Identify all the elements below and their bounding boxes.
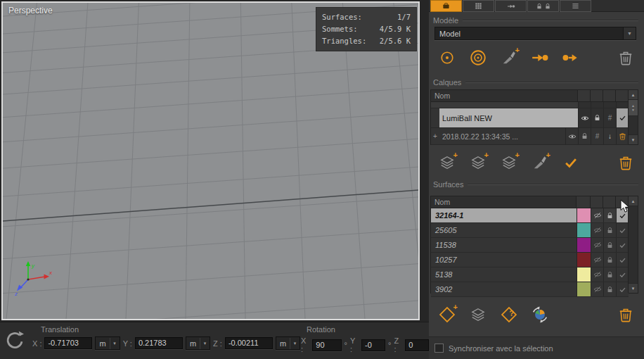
tab-grid[interactable]	[463, 0, 494, 12]
export-model-button[interactable]	[560, 46, 582, 69]
surface-visibility-toggle[interactable]	[591, 267, 603, 282]
import-model-button[interactable]	[529, 46, 551, 69]
surface-row[interactable]: 10257	[431, 253, 629, 267]
layer-visibility-toggle[interactable]	[578, 108, 591, 127]
layer-visibility-toggle[interactable]	[565, 128, 578, 144]
calques-column-header[interactable]	[591, 90, 603, 101]
surface-visibility-toggle[interactable]	[591, 208, 603, 222]
rotation-y-label: Y :	[350, 336, 359, 353]
surface-color-swatch[interactable]	[577, 208, 591, 222]
model-select[interactable]: Model ▼	[434, 27, 636, 40]
viewport-3d[interactable]: Perspective Surfaces: 1/7 Sommets: 4/5.9…	[1, 1, 420, 320]
layer-row-clipped[interactable]	[431, 102, 629, 108]
surfaces-column-header[interactable]	[591, 196, 603, 208]
layer-lock-toggle[interactable]	[591, 108, 603, 127]
calques-name-column-header[interactable]: Nom	[431, 90, 578, 101]
sync-selection-checkbox[interactable]: Synchroniser avec la sélection	[429, 336, 644, 359]
calques-column-header[interactable]	[616, 90, 629, 101]
surface-visibility-toggle[interactable]	[591, 253, 603, 267]
validate-layer-button[interactable]	[560, 151, 582, 174]
rotation-z-input[interactable]: 0	[405, 339, 429, 351]
add-model-button[interactable]	[436, 46, 458, 69]
scroll-down-button[interactable]: ▼	[629, 134, 638, 144]
calques-scrollbar[interactable]: ▲ ▲ ▼ ▼	[628, 90, 638, 144]
surface-row[interactable]: 11538	[431, 238, 629, 253]
translation-x-unit-select[interactable]: m ▾	[95, 336, 120, 350]
add-layer-from-model-button[interactable]: +	[467, 151, 489, 174]
surface-lock-toggle[interactable]	[603, 223, 616, 237]
surface-lock-toggle[interactable]	[603, 208, 616, 222]
tab-menu[interactable]	[560, 0, 591, 12]
surface-lock-toggle[interactable]	[603, 253, 616, 267]
surface-color-swatch[interactable]	[577, 282, 591, 296]
translation-z-unit-select[interactable]: m ▾	[276, 336, 300, 350]
surface-row[interactable]: 32164-1	[431, 208, 629, 223]
tab-link[interactable]	[495, 0, 527, 12]
surface-color-swatch[interactable]	[577, 253, 591, 267]
translation-x-input[interactable]: -0.71703	[44, 337, 92, 349]
translation-y-unit-select[interactable]: m ▾	[186, 336, 210, 350]
surface-check-toggle[interactable]	[616, 253, 629, 267]
delete-model-button[interactable]	[614, 46, 637, 69]
surface-lock-toggle[interactable]	[603, 282, 616, 296]
tab-locks[interactable]	[527, 0, 559, 12]
surface-row[interactable]: 3902	[431, 282, 629, 297]
scroll-up-button[interactable]: ▲	[629, 90, 638, 100]
surfaces-scrollbar[interactable]: ▲ ▼	[628, 196, 638, 293]
layer-hash-toggle[interactable]: #	[591, 128, 603, 144]
surface-layers-button[interactable]	[467, 303, 489, 326]
layer-expander[interactable]: +	[431, 128, 439, 144]
surface-color-swatch[interactable]	[577, 223, 591, 237]
delete-surface-button[interactable]	[614, 303, 637, 326]
surfaces-column-header[interactable]	[616, 196, 629, 208]
surface-check-toggle[interactable]	[616, 267, 629, 282]
surfaces-column-header[interactable]	[603, 196, 616, 208]
surface-lock-toggle[interactable]	[603, 267, 616, 282]
paint-model-button[interactable]: +	[498, 46, 520, 69]
calques-column-header[interactable]	[603, 90, 616, 101]
scroll-thumb[interactable]: ▲ ▼	[629, 100, 638, 116]
surface-check-toggle[interactable]	[616, 208, 629, 222]
calques-column-header[interactable]	[578, 90, 591, 101]
paint-layer-button[interactable]: +	[529, 151, 551, 174]
translation-z-input[interactable]: -0.00211	[225, 337, 273, 349]
duplicate-model-button[interactable]	[467, 46, 489, 69]
sync-colors-button[interactable]	[529, 303, 551, 326]
checkbox[interactable]	[434, 344, 444, 353]
surface-visibility-toggle[interactable]	[591, 223, 603, 237]
layer-hash-toggle[interactable]: #	[603, 108, 616, 127]
rotation-x-input[interactable]: 90	[312, 339, 341, 351]
layer-move-down-button[interactable]: ↓	[603, 128, 616, 144]
surface-help-button[interactable]: ?	[498, 303, 520, 326]
layer-row-selected[interactable]: LumiBall NEW #	[431, 108, 629, 128]
surface-visibility-toggle[interactable]	[591, 238, 603, 252]
surface-check-toggle[interactable]	[616, 223, 629, 237]
reset-rotation-button[interactable]	[4, 330, 25, 351]
layer-delete-button[interactable]	[616, 128, 629, 144]
rotation-y-input[interactable]: -0	[361, 339, 385, 351]
surface-row[interactable]: 5138	[431, 267, 629, 282]
add-surface-button[interactable]: +	[436, 303, 458, 326]
surface-check-toggle[interactable]	[616, 282, 629, 296]
layer-lock-toggle[interactable]	[578, 128, 591, 144]
scroll-up-button[interactable]: ▲	[629, 196, 638, 206]
scroll-down-button[interactable]: ▼	[629, 283, 638, 293]
translation-y-input[interactable]: 0.21783	[135, 337, 183, 349]
layer-row[interactable]: + 2018.02.22 13:34:35 ... # ↓	[431, 128, 629, 145]
duplicate-layer-button[interactable]: +	[498, 151, 520, 174]
tab-model[interactable]	[430, 0, 462, 12]
check-icon	[619, 271, 626, 279]
surfaces-color-column-header[interactable]	[577, 196, 591, 208]
viewport-mode-label[interactable]: Perspective	[8, 6, 53, 15]
calques-toolbar: + + + +	[436, 150, 637, 175]
surface-visibility-toggle[interactable]	[591, 282, 603, 296]
delete-layer-button[interactable]	[614, 151, 637, 174]
surface-color-swatch[interactable]	[577, 267, 591, 282]
surface-check-toggle[interactable]	[616, 238, 629, 252]
surface-lock-toggle[interactable]	[603, 238, 616, 252]
surface-color-swatch[interactable]	[577, 238, 591, 252]
surfaces-name-column-header[interactable]: Nom	[431, 196, 577, 208]
add-layer-button[interactable]: +	[436, 151, 458, 174]
surface-row[interactable]: 25605	[431, 223, 629, 238]
layer-check-toggle[interactable]	[616, 108, 629, 127]
